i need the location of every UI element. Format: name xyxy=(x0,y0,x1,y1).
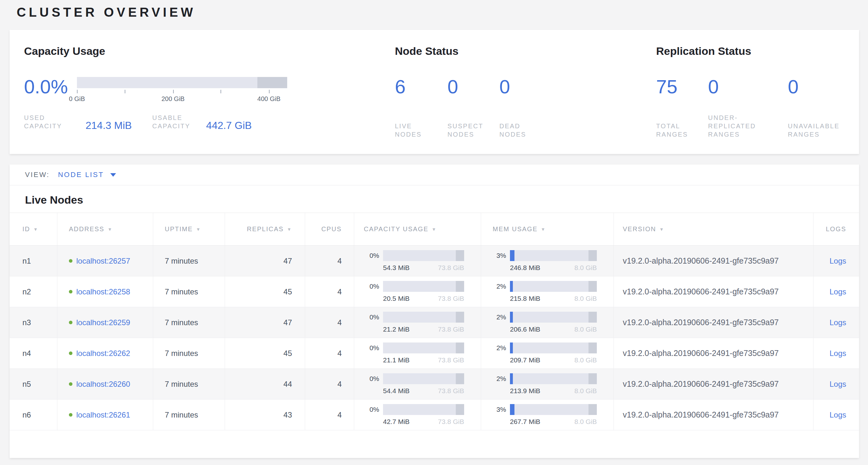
gauge-tick xyxy=(173,90,174,93)
replication-stat-label-col: UNAVAILABLERANGES xyxy=(788,114,858,139)
cell-logs: Logs xyxy=(813,245,859,276)
view-label: VIEW: xyxy=(25,171,50,179)
memory-bar-line: 2% xyxy=(481,373,597,384)
replication-stat-label: UNAVAILABLERANGES xyxy=(788,114,858,139)
capacity-used-value: 54.4 MiB xyxy=(383,387,410,395)
view-selected-value[interactable]: NODE LIST xyxy=(58,171,104,179)
sort-desc-icon[interactable]: ▼ xyxy=(659,227,664,232)
view-selector[interactable]: NODE LIST xyxy=(58,171,116,179)
node-address-link[interactable]: localhost:26261 xyxy=(76,410,130,419)
capacity-stat-label: USABLECAPACITY xyxy=(152,114,206,130)
memory-used-value: 267.7 MiB xyxy=(510,418,540,426)
column-header-label: ADDRESS xyxy=(69,226,104,233)
memory-used-value: 206.6 MiB xyxy=(510,325,540,333)
replication-status-labels: TOTALRANGESUNDER-REPLICATEDRANGESUNAVAIL… xyxy=(656,114,858,139)
cell-address: localhost:26261 xyxy=(57,400,153,430)
node-address-link[interactable]: localhost:26262 xyxy=(76,349,130,358)
live-nodes-table: ID▼ADDRESS▼UPTIME▼REPLICAS▼CPUSCAPACITY … xyxy=(10,213,859,430)
memory-total-value: 8.0 GiB xyxy=(575,418,597,426)
capacity-bar-reserved-segment xyxy=(456,281,464,292)
cell-version: v19.2.0-alpha.20190606-2491-gfe735c9a97 xyxy=(614,245,813,276)
node-address-link[interactable]: localhost:26260 xyxy=(76,380,130,389)
column-header-replicas[interactable]: REPLICAS▼ xyxy=(225,213,305,245)
stat-label-line: RANGES xyxy=(656,130,708,139)
stat-label-line: TOTAL xyxy=(656,122,708,130)
live-status-icon xyxy=(69,382,72,386)
node-stat-label-col: LIVENODES xyxy=(395,114,447,139)
sort-desc-icon[interactable]: ▼ xyxy=(432,227,437,232)
memory-total-value: 8.0 GiB xyxy=(575,264,597,272)
memory-bar-line: 2% xyxy=(481,343,597,353)
cell-logs: Logs xyxy=(813,277,859,307)
cell-uptime: 7 minutes xyxy=(153,400,225,430)
table-row: n1localhost:262577 minutes4740%54.3 MiB7… xyxy=(10,245,859,277)
capacity-values-line: 21.1 MiB73.8 GiB xyxy=(354,356,464,364)
cell-replicas: 43 xyxy=(225,400,305,430)
chevron-down-icon[interactable] xyxy=(110,173,116,177)
column-header-label: MEM USAGE xyxy=(493,226,537,233)
cell-capacity: 0%21.2 MiB73.8 GiB xyxy=(354,307,481,338)
memory-total-value: 8.0 GiB xyxy=(575,295,597,302)
capacity-bar-line: 0% xyxy=(354,312,464,323)
cell-replicas: 45 xyxy=(225,338,305,369)
logs-link[interactable]: Logs xyxy=(830,287,846,296)
memory-percent: 3% xyxy=(481,406,510,413)
sort-desc-icon[interactable]: ▼ xyxy=(33,227,38,232)
sort-desc-icon[interactable]: ▼ xyxy=(196,227,201,232)
column-header-capacity[interactable]: CAPACITY USAGE▼ xyxy=(354,213,481,245)
cell-replicas: 47 xyxy=(225,245,305,276)
sort-desc-icon[interactable]: ▼ xyxy=(541,227,546,232)
capacity-values-line: 54.3 MiB73.8 GiB xyxy=(354,264,464,272)
memory-bar-fill xyxy=(510,312,513,323)
memory-values-line: 246.8 MiB8.0 GiB xyxy=(481,264,597,272)
column-header-address[interactable]: ADDRESS▼ xyxy=(57,213,153,245)
memory-total-value: 8.0 GiB xyxy=(575,325,597,333)
stat-label-line: RANGES xyxy=(788,130,858,139)
node-stat-label-col: DEADNODES xyxy=(499,114,557,139)
page-title: CLUSTER OVERVIEW xyxy=(17,5,196,20)
capacity-stats: USEDCAPACITY214.3 MiBUSABLECAPACITY442.7… xyxy=(24,114,252,130)
capacity-bar-line: 0% xyxy=(354,404,464,415)
memory-percent: 3% xyxy=(481,252,510,259)
cell-node-id: n3 xyxy=(10,307,57,338)
capacity-used-value: 21.1 MiB xyxy=(383,356,410,364)
node-status-values: 600 xyxy=(395,77,557,97)
capacity-percent: 0% xyxy=(354,406,383,413)
column-header-uptime[interactable]: UPTIME▼ xyxy=(153,213,225,245)
stat-label-line: NODES xyxy=(499,130,557,139)
column-header-memory[interactable]: MEM USAGE▼ xyxy=(481,213,614,245)
cell-uptime: 7 minutes xyxy=(153,369,225,399)
cell-cpus: 4 xyxy=(305,369,354,399)
logs-link[interactable]: Logs xyxy=(830,349,846,358)
cell-memory: 2%213.9 MiB8.0 GiB xyxy=(481,369,614,399)
overview-card: Capacity Usage 0.0% 0 GiB200 GiB400 GiB … xyxy=(10,30,859,154)
capacity-bar-line: 0% xyxy=(354,250,464,261)
logs-link[interactable]: Logs xyxy=(830,318,846,327)
sort-desc-icon[interactable]: ▼ xyxy=(108,227,113,232)
cell-node-id: n1 xyxy=(10,245,57,276)
logs-link[interactable]: Logs xyxy=(830,380,846,389)
memory-total-value: 8.0 GiB xyxy=(575,356,597,364)
node-address-link[interactable]: localhost:26257 xyxy=(76,257,130,265)
stat-label-line: RANGES xyxy=(708,130,788,139)
logs-link[interactable]: Logs xyxy=(830,257,846,265)
cell-uptime: 7 minutes xyxy=(153,307,225,338)
stat-label-line: CAPACITY xyxy=(152,122,206,130)
stat-label-line: REPLICATED xyxy=(708,122,788,130)
memory-used-value: 246.8 MiB xyxy=(510,264,540,272)
stat-label-line: SUSPECT xyxy=(447,122,499,130)
replication-stat-label: TOTALRANGES xyxy=(656,114,708,139)
node-address-link[interactable]: localhost:26258 xyxy=(76,287,130,296)
column-header-logs: LOGS xyxy=(813,213,859,245)
cell-node-id: n6 xyxy=(10,400,57,430)
capacity-values-line: 54.4 MiB73.8 GiB xyxy=(354,387,464,395)
capacity-bar xyxy=(383,312,464,323)
column-header-version[interactable]: VERSION▼ xyxy=(614,213,813,245)
sort-desc-icon[interactable]: ▼ xyxy=(287,227,292,232)
logs-link[interactable]: Logs xyxy=(830,410,846,419)
column-header-id[interactable]: ID▼ xyxy=(10,213,57,245)
node-address-link[interactable]: localhost:26259 xyxy=(76,318,130,327)
cell-logs: Logs xyxy=(813,369,859,399)
version-text: v19.2.0-alpha.20190606-2491-gfe735c9a97 xyxy=(623,410,779,419)
capacity-bar-line: 0% xyxy=(354,373,464,384)
